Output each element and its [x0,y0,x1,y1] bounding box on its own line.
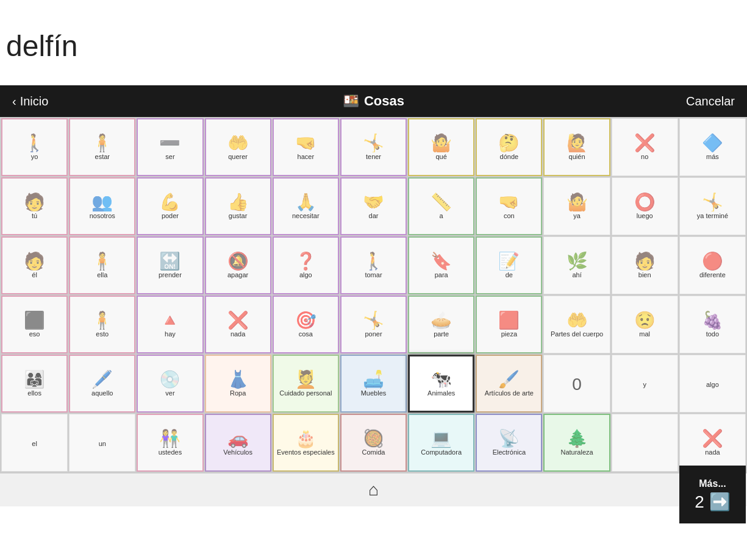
grid-cell-algo2[interactable]: ❓algo [273,236,339,294]
more-pages-button[interactable]: Más...2 ➡️ [679,466,746,523]
grid-cell-dar[interactable]: 🤝dar [340,177,407,235]
grid-cell-esto[interactable]: 🧍esto [69,296,135,353]
grid-cell-partes_cuerpo[interactable]: 🤲Partes del cuerpo [543,296,610,353]
cell-icon: 🤸 [363,312,384,329]
home-button[interactable]: ⌂ [368,480,379,500]
grid-cell-tener[interactable]: 🤸tener [340,118,407,176]
cell-icon: 📏 [431,194,452,211]
cell-icon: 🚗 [227,430,249,447]
grid-cell-eventos[interactable]: 🎂Eventos especiales [273,414,339,472]
grid-cell-ellos[interactable]: 👨‍👩‍👧ellos [1,355,68,413]
grid-cell-electronica[interactable]: 📡Electrónica [476,414,542,472]
grid-cell-querer[interactable]: 🤲querer [205,118,271,176]
grid-cell-un[interactable]: un [69,414,135,472]
cell-label: Ropa [230,389,246,397]
grid-cell-eso[interactable]: ⬛eso [1,296,68,353]
cell-icon: 🙏 [295,194,316,211]
grid-cell-diferente[interactable]: 🔴diferente [679,236,746,294]
cell-icon: 📡 [498,430,520,447]
grid-cell-no[interactable]: ❌no [612,118,678,176]
grid-cell-nada[interactable]: ❌nada [205,296,271,353]
cell-icon: 🧍 [91,135,113,152]
cell-icon: 🚶 [363,253,384,270]
grid-cell-ustedes[interactable]: 👫ustedes [137,414,203,472]
grid-cell-mal[interactable]: 😟mal [612,296,678,353]
back-button[interactable]: ‹ Inicio [12,94,48,108]
grid-cell-animales[interactable]: 🐄Animales [408,355,474,413]
grid-cell-el_art[interactable]: el [1,414,68,472]
grid-cell-mas[interactable]: 🔷más [679,118,746,176]
grid-cell-muebles[interactable]: 🛋️Muebles [340,355,407,413]
cell-label: ellos [27,389,41,397]
grid-cell-todo[interactable]: 🍇todo [679,296,746,353]
grid-cell-ser[interactable]: ➖ser [137,118,203,176]
cell-icon: 🍇 [702,312,723,329]
grid-cell-gustar[interactable]: 👍gustar [205,177,271,235]
grid-cell-para[interactable]: 🔖para [408,236,474,294]
cell-icon: 🤷 [567,194,588,211]
cell-label: Computadora [421,448,462,456]
cell-label: Comida [362,448,385,456]
grid-cell-hacer[interactable]: 🤜hacer [273,118,339,176]
grid-cell-cuidado[interactable]: 💆Cuidado personal [273,355,339,413]
grid-cell-y[interactable]: y [612,355,678,413]
grid-cell-que[interactable]: 🤷qué [408,118,474,176]
grid-cell-tu[interactable]: 🧑tú [1,177,68,235]
cell-label: Partes del cuerpo [551,330,603,338]
grid-cell-poder[interactable]: 💪poder [137,177,203,235]
grid-cell-bien[interactable]: 🧑bien [612,236,678,294]
cancel-button[interactable]: Cancelar [686,94,735,108]
grid-cell-el_m[interactable]: 🧑él [1,236,68,294]
grid-cell-estar[interactable]: 🧍estar [69,118,135,176]
grid-cell-cosa[interactable]: 🎯cosa [273,296,339,353]
cell-icon: 😟 [634,312,656,329]
grid-cell-hay[interactable]: 🔺hay [137,296,203,353]
cell-label: pieza [501,330,517,338]
symbol-grid: 🚶yo🧍estar➖ser🤲querer🤜hacer🤸tener🤷qué🤔dón… [0,117,747,473]
cell-icon: 🧍 [91,312,113,329]
cell-icon: 🧑 [24,194,45,211]
grid-cell-tomar[interactable]: 🚶tomar [340,236,407,294]
grid-cell-nada2[interactable]: ❌nada [679,414,746,472]
grid-cell-nosotros[interactable]: 👥nosotros [69,177,135,235]
grid-cell-yo[interactable]: 🚶yo [1,118,68,176]
grid-cell-empty1[interactable]: 0 [543,355,610,413]
grid-cell-pieza[interactable]: 🟥pieza [476,296,542,353]
grid-cell-ya[interactable]: 🤷ya [543,177,610,235]
grid-cell-donde[interactable]: 🤔dónde [476,118,542,176]
cell-label: yo [31,153,38,161]
grid-cell-ella[interactable]: 🧍ella [69,236,135,294]
grid-cell-comida[interactable]: 🥘Comida [340,414,407,472]
grid-cell-prender[interactable]: 🔛prender [137,236,203,294]
grid-cell-articulos[interactable]: 🖌️Artículos de arte [476,355,542,413]
cell-label: algo [299,271,312,279]
cell-icon: 🧑 [634,253,656,270]
grid-cell-ver[interactable]: 💿ver [137,355,203,413]
grid-cell-naturaleza[interactable]: 🌲Naturaleza [543,414,610,472]
grid-cell-computadora[interactable]: 💻Computadora [408,414,474,472]
cell-label: tomar [365,271,382,279]
cell-label: gustar [229,212,248,220]
grid-cell-quien[interactable]: 🙋quién [543,118,610,176]
grid-cell-a[interactable]: 📏a [408,177,474,235]
cell-icon: 🔛 [159,253,180,270]
output-word: delfín [6,29,77,63]
cell-icon: 💻 [431,430,452,447]
grid-cell-poner[interactable]: 🤸poner [340,296,407,353]
grid-cell-luego[interactable]: ⭕luego [612,177,678,235]
grid-cell-vehiculos[interactable]: 🚗Vehículos [205,414,271,472]
grid-cell-de[interactable]: 📝de [476,236,542,294]
cell-label: a [440,212,443,220]
grid-cell-necesitar[interactable]: 🙏necesitar [273,177,339,235]
grid-cell-parte[interactable]: 🥧parte [408,296,474,353]
grid-cell-apagar[interactable]: 🔕apagar [205,236,271,294]
grid-cell-ya_termine[interactable]: 🤸ya terminé [679,177,746,235]
cell-label: todo [706,330,719,338]
grid-cell-empty2[interactable] [612,414,678,472]
cell-icon: 🤜 [498,194,520,211]
grid-cell-con[interactable]: 🤜con [476,177,542,235]
grid-cell-ropa[interactable]: 👗Ropa [205,355,271,413]
grid-cell-algo3[interactable]: algo [679,355,746,413]
grid-cell-ahi[interactable]: 🌿ahí [543,236,610,294]
grid-cell-aquello[interactable]: 🖊️aquello [69,355,135,413]
